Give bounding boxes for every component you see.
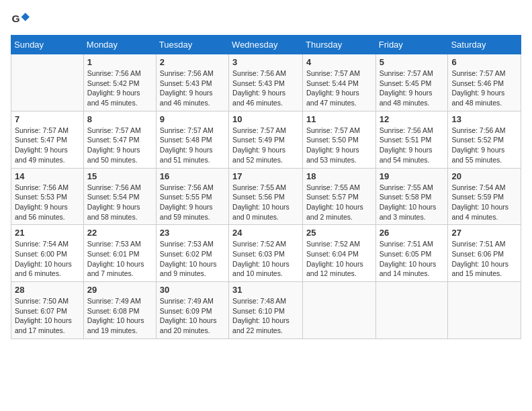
weekday-header: Sunday — [11, 36, 84, 54]
calendar-cell: 19 Sunrise: 7:55 AMSunset: 5:58 PMDaylig… — [375, 168, 448, 225]
calendar-cell: 15 Sunrise: 7:56 AMSunset: 5:54 PMDaylig… — [83, 168, 156, 225]
calendar-cell: 23 Sunrise: 7:53 AMSunset: 6:02 PMDaylig… — [156, 225, 228, 282]
day-info: Sunrise: 7:57 AMSunset: 5:46 PMDaylight:… — [451, 68, 517, 108]
day-number: 9 — [160, 114, 225, 124]
day-info: Sunrise: 7:57 AMSunset: 5:48 PMDaylight:… — [160, 126, 225, 165]
calendar-week-row: 14 Sunrise: 7:56 AMSunset: 5:53 PMDaylig… — [11, 168, 521, 225]
calendar-table: SundayMondayTuesdayWednesdayThursdayFrid… — [11, 35, 521, 339]
page-header: G — [11, 11, 521, 30]
day-info: Sunrise: 7:54 AMSunset: 5:59 PMDaylight:… — [451, 183, 517, 222]
calendar-cell: 17 Sunrise: 7:55 AMSunset: 5:56 PMDaylig… — [229, 168, 303, 225]
day-number: 6 — [451, 57, 517, 67]
calendar-cell: 26 Sunrise: 7:51 AMSunset: 6:05 PMDaylig… — [375, 225, 448, 282]
weekday-header-row: SundayMondayTuesdayWednesdayThursdayFrid… — [11, 36, 521, 54]
day-info: Sunrise: 7:48 AMSunset: 6:10 PMDaylight:… — [232, 296, 299, 336]
calendar-week-row: 7 Sunrise: 7:57 AMSunset: 5:47 PMDayligh… — [11, 111, 521, 168]
day-number: 19 — [380, 171, 445, 181]
day-number: 18 — [306, 171, 372, 181]
calendar-cell: 27 Sunrise: 7:51 AMSunset: 6:06 PMDaylig… — [448, 225, 521, 282]
day-info: Sunrise: 7:53 AMSunset: 6:01 PMDaylight:… — [87, 239, 152, 279]
day-info: Sunrise: 7:56 AMSunset: 5:52 PMDaylight:… — [451, 126, 517, 165]
calendar-cell: 16 Sunrise: 7:56 AMSunset: 5:55 PMDaylig… — [156, 168, 228, 225]
day-info: Sunrise: 7:57 AMSunset: 5:50 PMDaylight:… — [306, 126, 372, 165]
day-number: 1 — [87, 57, 152, 67]
day-number: 4 — [306, 57, 372, 67]
day-info: Sunrise: 7:57 AMSunset: 5:45 PMDaylight:… — [380, 68, 445, 108]
calendar-cell: 18 Sunrise: 7:55 AMSunset: 5:57 PMDaylig… — [303, 168, 376, 225]
day-number: 3 — [232, 57, 299, 67]
calendar-cell: 7 Sunrise: 7:57 AMSunset: 5:47 PMDayligh… — [11, 111, 84, 168]
day-number: 22 — [87, 228, 152, 238]
calendar-week-row: 28 Sunrise: 7:50 AMSunset: 6:07 PMDaylig… — [11, 282, 521, 339]
day-info: Sunrise: 7:55 AMSunset: 5:58 PMDaylight:… — [380, 183, 445, 222]
day-info: Sunrise: 7:56 AMSunset: 5:54 PMDaylight:… — [87, 183, 152, 222]
day-info: Sunrise: 7:56 AMSunset: 5:53 PMDaylight:… — [15, 183, 80, 222]
weekday-header: Wednesday — [229, 36, 303, 54]
calendar-cell: 3 Sunrise: 7:56 AMSunset: 5:43 PMDayligh… — [229, 54, 303, 111]
calendar-cell: 4 Sunrise: 7:57 AMSunset: 5:44 PMDayligh… — [303, 54, 376, 111]
calendar-cell: 22 Sunrise: 7:53 AMSunset: 6:01 PMDaylig… — [83, 225, 156, 282]
day-info: Sunrise: 7:54 AMSunset: 6:00 PMDaylight:… — [15, 239, 80, 279]
logo-icon: G — [11, 11, 30, 30]
day-number: 26 — [380, 228, 445, 238]
calendar-cell: 21 Sunrise: 7:54 AMSunset: 6:00 PMDaylig… — [11, 225, 84, 282]
day-number: 15 — [87, 171, 152, 181]
day-number: 14 — [15, 171, 80, 181]
day-number: 8 — [87, 114, 152, 124]
day-info: Sunrise: 7:55 AMSunset: 5:57 PMDaylight:… — [306, 183, 372, 222]
day-number: 24 — [232, 228, 299, 238]
day-info: Sunrise: 7:57 AMSunset: 5:47 PMDaylight:… — [15, 126, 80, 165]
calendar-cell: 28 Sunrise: 7:50 AMSunset: 6:07 PMDaylig… — [11, 282, 84, 339]
calendar-cell: 20 Sunrise: 7:54 AMSunset: 5:59 PMDaylig… — [448, 168, 521, 225]
calendar-cell: 6 Sunrise: 7:57 AMSunset: 5:46 PMDayligh… — [448, 54, 521, 111]
calendar-cell: 10 Sunrise: 7:57 AMSunset: 5:49 PMDaylig… — [229, 111, 303, 168]
calendar-cell: 29 Sunrise: 7:49 AMSunset: 6:08 PMDaylig… — [83, 282, 156, 339]
svg-marker-1 — [21, 13, 30, 21]
day-info: Sunrise: 7:56 AMSunset: 5:43 PMDaylight:… — [232, 68, 299, 108]
calendar-cell — [303, 282, 376, 339]
day-number: 16 — [160, 171, 225, 181]
calendar-cell: 24 Sunrise: 7:52 AMSunset: 6:03 PMDaylig… — [229, 225, 303, 282]
day-number: 5 — [380, 57, 445, 67]
day-info: Sunrise: 7:57 AMSunset: 5:44 PMDaylight:… — [306, 68, 372, 108]
day-number: 10 — [232, 114, 299, 124]
day-info: Sunrise: 7:52 AMSunset: 6:03 PMDaylight:… — [232, 239, 299, 279]
logo: G — [11, 11, 32, 30]
day-info: Sunrise: 7:51 AMSunset: 6:06 PMDaylight:… — [451, 239, 517, 279]
day-info: Sunrise: 7:57 AMSunset: 5:49 PMDaylight:… — [232, 126, 299, 165]
weekday-header: Tuesday — [156, 36, 228, 54]
calendar-cell: 12 Sunrise: 7:56 AMSunset: 5:51 PMDaylig… — [375, 111, 448, 168]
calendar-cell: 5 Sunrise: 7:57 AMSunset: 5:45 PMDayligh… — [375, 54, 448, 111]
calendar-cell — [375, 282, 448, 339]
day-info: Sunrise: 7:53 AMSunset: 6:02 PMDaylight:… — [160, 239, 225, 279]
day-number: 29 — [87, 285, 152, 295]
day-number: 17 — [232, 171, 299, 181]
calendar-cell: 8 Sunrise: 7:57 AMSunset: 5:47 PMDayligh… — [83, 111, 156, 168]
day-number: 25 — [306, 228, 372, 238]
day-number: 27 — [451, 228, 517, 238]
weekday-header: Saturday — [448, 36, 521, 54]
day-info: Sunrise: 7:50 AMSunset: 6:07 PMDaylight:… — [15, 296, 80, 336]
calendar-week-row: 21 Sunrise: 7:54 AMSunset: 6:00 PMDaylig… — [11, 225, 521, 282]
day-number: 21 — [15, 228, 80, 238]
day-number: 12 — [380, 114, 445, 124]
day-number: 20 — [451, 171, 517, 181]
day-number: 2 — [160, 57, 225, 67]
day-info: Sunrise: 7:52 AMSunset: 6:04 PMDaylight:… — [306, 239, 372, 279]
weekday-header: Monday — [83, 36, 156, 54]
calendar-cell: 9 Sunrise: 7:57 AMSunset: 5:48 PMDayligh… — [156, 111, 228, 168]
calendar-cell: 1 Sunrise: 7:56 AMSunset: 5:42 PMDayligh… — [83, 54, 156, 111]
calendar-cell: 25 Sunrise: 7:52 AMSunset: 6:04 PMDaylig… — [303, 225, 376, 282]
day-number: 13 — [451, 114, 517, 124]
day-info: Sunrise: 7:55 AMSunset: 5:56 PMDaylight:… — [232, 183, 299, 222]
weekday-header: Friday — [375, 36, 448, 54]
day-info: Sunrise: 7:56 AMSunset: 5:43 PMDaylight:… — [160, 68, 225, 108]
calendar-cell: 13 Sunrise: 7:56 AMSunset: 5:52 PMDaylig… — [448, 111, 521, 168]
day-info: Sunrise: 7:49 AMSunset: 6:08 PMDaylight:… — [87, 296, 152, 336]
calendar-cell: 14 Sunrise: 7:56 AMSunset: 5:53 PMDaylig… — [11, 168, 84, 225]
day-number: 11 — [306, 114, 372, 124]
calendar-cell — [11, 54, 84, 111]
day-info: Sunrise: 7:56 AMSunset: 5:51 PMDaylight:… — [380, 126, 445, 165]
day-number: 7 — [15, 114, 80, 124]
svg-text:G: G — [12, 13, 20, 24]
